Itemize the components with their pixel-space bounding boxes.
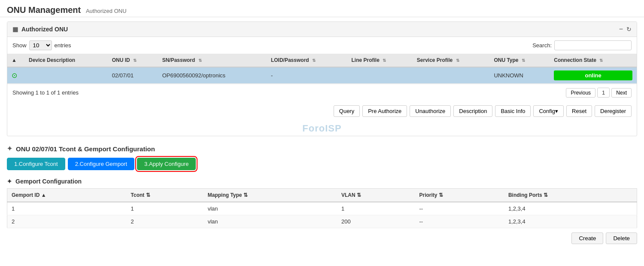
table-header-row: ▲ Device Description ONU ID ⇅ SN/Passwor… [7, 54, 637, 67]
config-section-title: ✦ ONU 02/07/01 Tcont & Gemport Configura… [0, 141, 644, 155]
grid-icon: ▦ [12, 26, 18, 33]
next-button[interactable]: Next [611, 88, 632, 98]
onu-table: ▲ Device Description ONU ID ⇅ SN/Passwor… [7, 54, 637, 84]
authorized-onu-panel: ▦ Authorized ONU − ↻ Show 10 25 50 100 e… [7, 21, 637, 136]
cell-onu-type: UNKNOWN [489, 67, 550, 84]
search-input[interactable] [554, 40, 632, 50]
create-button[interactable]: Create [571, 232, 603, 244]
cell-vlan: 200 [337, 215, 415, 228]
col-sn-password: SN/Password ⇅ [158, 54, 267, 67]
col-device-description: Device Description [24, 54, 108, 67]
cell-priority: -- [415, 215, 504, 228]
col-loid-password: LOID/Password ⇅ [267, 54, 347, 67]
pagination: Previous 1 Next [566, 88, 632, 98]
cell-binding-ports: 1,2,3,4 [504, 202, 637, 215]
gemport-row[interactable]: 2 2 vlan 200 -- 1,2,3,4 [7, 215, 637, 228]
panel-controls: − ↻ [619, 25, 632, 33]
entries-label: entries [55, 42, 71, 49]
action-buttons-bar: QueryPre AuthorizeUnauthorizeDescription… [7, 101, 637, 121]
sort-icon-vlan: ⇅ [357, 192, 361, 198]
sort-asc-icon: ▲ [41, 192, 46, 198]
config-tabs: 1.Configure Tcont2.Configure Gemport3.Ap… [0, 155, 644, 174]
cell-binding-ports: 1,2,3,4 [504, 215, 637, 228]
col-onu-type: ONU Type ⇅ [489, 54, 550, 67]
cell-tcont: 2 [127, 215, 204, 228]
config-button[interactable]: Config▾ [533, 105, 564, 117]
gemport-icon: ✦ [7, 178, 12, 185]
cell-indicator: ⊙ [7, 67, 24, 84]
sort-icon-mapping: ⇅ [243, 192, 248, 198]
sort-icon-priority: ⇅ [439, 192, 443, 198]
search-label: Search: [532, 42, 552, 49]
cell-sn-password: OP6900560092/optronics [158, 67, 267, 84]
col-gemport-id: Gemport ID ▲ [7, 189, 127, 202]
bottom-actions: Create Delete [0, 228, 644, 248]
configure-gemport-tab[interactable]: 2.Configure Gemport [68, 158, 134, 170]
table-controls: Show 10 25 50 100 entries Search: [7, 37, 637, 54]
apply-configure-tab[interactable]: 3.Apply Configure [137, 158, 196, 170]
cell-gemport-id: 2 [7, 215, 127, 228]
panel-title-area: ▦ Authorized ONU [12, 26, 68, 33]
sort-icon-tcont: ⇅ [146, 192, 150, 198]
cell-loid-password: - [267, 67, 347, 84]
panel-header: ▦ Authorized ONU − ↻ [7, 22, 637, 37]
table-footer: Showing 1 to 1 of 1 entries Previous 1 N… [7, 84, 637, 101]
configure-tcont-tab[interactable]: 1.Configure Tcont [7, 158, 65, 170]
gemport-table: Gemport ID ▲ Tcont ⇅ Mapping Type ⇅ VLAN… [7, 188, 637, 228]
delete-button[interactable]: Delete [606, 232, 637, 244]
puzzle-icon: ✦ [7, 145, 12, 153]
sort-icon: ▲ [12, 57, 17, 63]
col-tcont: Tcont ⇅ [127, 189, 204, 202]
col-onu-id: ONU ID ⇅ [108, 54, 158, 67]
minimize-button[interactable]: − [619, 25, 623, 33]
cell-priority: -- [415, 202, 504, 215]
cell-gemport-id: 1 [7, 202, 127, 215]
col-line-profile: Line Profile ⇅ [347, 54, 413, 67]
gemport-row[interactable]: 1 1 vlan 1 -- 1,2,3,4 [7, 202, 637, 215]
panel-title: Authorized ONU [21, 26, 68, 33]
search-box: Search: [532, 40, 632, 50]
col-binding-ports: Binding Ports ⇅ [504, 189, 637, 202]
gemport-title-text: Gemport Configuration [15, 178, 82, 185]
gemport-section: ✦ Gemport Configuration Gemport ID ▲ Tco… [7, 174, 637, 228]
cell-mapping-type: vlan [204, 202, 337, 215]
page-title: ONU Management [7, 5, 81, 15]
table-row[interactable]: ⊙ 02/07/01 OP6900560092/optronics - UNKN… [7, 67, 637, 84]
query-button[interactable]: Query [334, 105, 360, 117]
cell-mapping-type: vlan [204, 215, 337, 228]
cell-device-description [24, 67, 108, 84]
col-connection-state: Connection State ⇅ [550, 54, 637, 67]
sort-icon-binding: ⇅ [544, 192, 548, 198]
col-service-profile: Service Profile ⇅ [413, 54, 490, 67]
page-header: ONU Management Authorized ONU [0, 0, 644, 17]
refresh-button[interactable]: ↻ [626, 26, 632, 33]
unauthorize-button[interactable]: Unauthorize [410, 105, 451, 117]
gemport-header-row: Gemport ID ▲ Tcont ⇅ Mapping Type ⇅ VLAN… [7, 189, 637, 202]
col-vlan: VLAN ⇅ [337, 189, 415, 202]
show-entries-control: Show 10 25 50 100 entries [12, 40, 71, 50]
cell-tcont: 1 [127, 202, 204, 215]
pre-authorize-button[interactable]: Pre Authorize [362, 105, 407, 117]
watermark: ForoISP [7, 121, 637, 136]
page-subtitle: Authorized ONU [86, 8, 127, 14]
col-indicator: ▲ [7, 54, 24, 67]
reset-button[interactable]: Reset [566, 105, 592, 117]
gemport-section-title: ✦ Gemport Configuration [7, 174, 637, 188]
cell-line-profile [347, 67, 413, 84]
basic-info-button[interactable]: Basic Info [495, 105, 531, 117]
showing-entries-text: Showing 1 to 1 of 1 entries [12, 89, 79, 96]
current-page: 1 [597, 88, 610, 98]
entries-select[interactable]: 10 25 50 100 [29, 40, 52, 50]
prev-button[interactable]: Previous [566, 88, 595, 98]
deregister-button[interactable]: Deregister [595, 105, 632, 117]
cell-onu-id: 02/07/01 [108, 67, 158, 84]
cell-connection-state: online [550, 67, 637, 84]
show-label: Show [12, 42, 27, 49]
col-mapping-type: Mapping Type ⇅ [204, 189, 337, 202]
description-button[interactable]: Description [453, 105, 492, 117]
col-priority: Priority ⇅ [415, 189, 504, 202]
cell-service-profile [413, 67, 490, 84]
cell-vlan: 1 [337, 202, 415, 215]
config-section-label: ONU 02/07/01 Tcont & Gemport Configurati… [16, 145, 155, 153]
